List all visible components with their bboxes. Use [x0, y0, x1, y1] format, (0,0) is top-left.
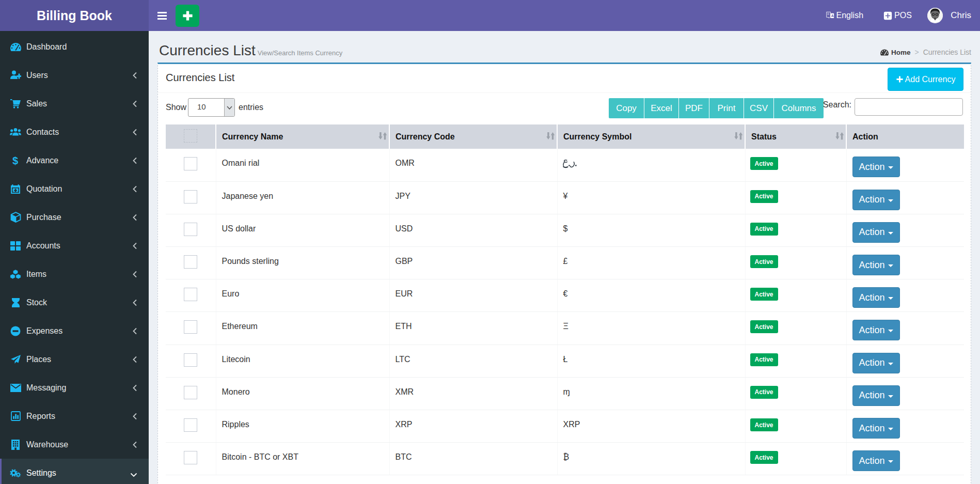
svg-text:A: A — [831, 14, 833, 18]
svg-text:$: $ — [12, 155, 18, 166]
